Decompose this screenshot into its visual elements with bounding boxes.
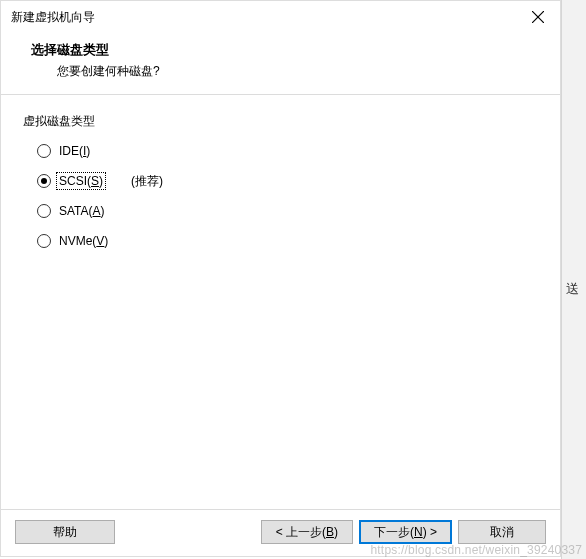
background-glyph: 送 xyxy=(566,280,579,298)
radio-label: NVMe(V) xyxy=(57,233,110,249)
close-icon xyxy=(532,11,544,23)
radio-label: SATA(A) xyxy=(57,203,107,219)
radio-option-ide[interactable]: IDE(I) xyxy=(37,140,538,162)
radio-icon xyxy=(37,174,51,188)
radio-icon xyxy=(37,234,51,248)
radio-option-nvme[interactable]: NVMe(V) xyxy=(37,230,538,252)
page-title: 选择磁盘类型 xyxy=(31,41,540,59)
radio-label: SCSI(S) xyxy=(57,173,105,189)
radio-icon xyxy=(37,144,51,158)
recommended-suffix: (推荐) xyxy=(131,173,163,190)
help-button[interactable]: 帮助 xyxy=(15,520,115,544)
radio-icon xyxy=(37,204,51,218)
close-button[interactable] xyxy=(515,2,560,32)
next-button[interactable]: 下一步(N) > xyxy=(359,520,452,544)
titlebar: 新建虚拟机向导 xyxy=(1,1,560,33)
radio-label: IDE(I) xyxy=(57,143,92,159)
footer: 帮助 < 上一步(B) 下一步(N) > 取消 xyxy=(1,509,560,556)
radio-option-scsi[interactable]: SCSI(S) (推荐) xyxy=(37,170,538,192)
radio-option-sata[interactable]: SATA(A) xyxy=(37,200,538,222)
cancel-button[interactable]: 取消 xyxy=(458,520,546,544)
group-label: 虚拟磁盘类型 xyxy=(23,113,538,130)
wizard-header: 选择磁盘类型 您要创建何种磁盘? xyxy=(1,33,560,94)
page-subtitle: 您要创建何种磁盘? xyxy=(57,63,540,80)
wizard-dialog: 新建虚拟机向导 选择磁盘类型 您要创建何种磁盘? 虚拟磁盘类型 IDE(I) S… xyxy=(0,0,561,557)
window-title: 新建虚拟机向导 xyxy=(11,9,95,26)
content-area: 虚拟磁盘类型 IDE(I) SCSI(S) (推荐) SATA(A) NVMe(… xyxy=(1,94,560,509)
back-button[interactable]: < 上一步(B) xyxy=(261,520,353,544)
